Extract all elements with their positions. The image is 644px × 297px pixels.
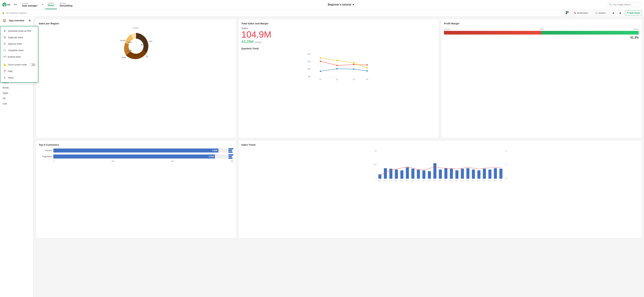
- svg-rect-55: [400, 170, 403, 179]
- sales-value: 104.9M: [242, 30, 436, 39]
- svg-text:Qlik: Qlik: [7, 4, 10, 6]
- search-input[interactable]: [613, 3, 640, 6]
- svg-text:2013...: 2013...: [472, 180, 475, 181]
- svg-text:Q3: Q3: [352, 78, 355, 80]
- download-pdf-item[interactable]: ⬇ Download sheet as PDF: [0, 28, 38, 34]
- no-selections-label: No selections applied: [6, 12, 27, 14]
- quarterly-trend-svg: 14M 12M 10M 8M Q1 Q2 Q3 Q4: [242, 51, 436, 81]
- svg-text:46: 46: [505, 150, 507, 152]
- duplicate-sheet-item[interactable]: ⧉ Duplicate sheet: [0, 34, 38, 41]
- sales-trend-chart: Sales Trend 5M 2.5M 0 46 41 36: [239, 141, 641, 238]
- approve-sheet-label: Approve sheet: [8, 43, 22, 45]
- nav-analyze[interactable]: Analyze Sheet: [45, 0, 57, 9]
- svg-rect-61: [433, 163, 436, 179]
- filter-item-nordic[interactable]: Nordic: [3, 85, 30, 90]
- svg-rect-8: [567, 13, 568, 14]
- svg-text:Q2: Q2: [336, 78, 338, 80]
- bar-icon-pagewave: [228, 154, 234, 159]
- filter-item-spain[interactable]: Spain: [3, 90, 30, 96]
- sheets-button[interactable]: 📋 Sheets ▾: [593, 11, 609, 15]
- search-bar[interactable]: 🔍: [606, 2, 642, 7]
- qlik-logo[interactable]: Qlik: [2, 2, 11, 7]
- main-layout: 🏠 App overview ⧉ ⬇ Download sheet as PDF…: [0, 17, 644, 297]
- svg-rect-7: [566, 13, 567, 14]
- svg-rect-68: [472, 170, 475, 179]
- nav-next-button[interactable]: ▶: [618, 11, 624, 15]
- margin-bar-track: [444, 31, 639, 35]
- prepare-dropdown-arrow[interactable]: ▾: [40, 0, 45, 9]
- svg-text:26.9%: 26.9%: [134, 54, 139, 56]
- svg-text:14M: 14M: [307, 53, 310, 55]
- sales-per-region-title: Sales per Region: [39, 22, 234, 25]
- about-item[interactable]: ℹ About: [0, 74, 38, 81]
- filter-panel: 🔍 Region Germany Japan Nordic Spain UK U…: [0, 68, 33, 297]
- svg-rect-63: [444, 168, 447, 179]
- svg-text:5M: 5M: [374, 150, 377, 152]
- bar-label-paracel: Paracel: [39, 149, 52, 152]
- svg-text:2013...: 2013...: [433, 180, 436, 181]
- svg-rect-73: [499, 169, 502, 179]
- app-overview-button[interactable]: 🏠 App overview ⧉: [0, 17, 33, 25]
- svg-text:2014...: 2014...: [477, 180, 480, 181]
- bar-row-paracel: Paracel 5.69M: [39, 148, 234, 153]
- svg-rect-72: [494, 168, 497, 179]
- svg-text:2014...: 2014...: [499, 180, 503, 181]
- top-navigation: Qlik ••• Prepare Data manager ▾ Analyze …: [0, 0, 644, 9]
- about-label: About: [8, 76, 14, 79]
- unpublish-sheet-item[interactable]: ☐ Unpublish sheet: [0, 47, 38, 54]
- bar-track-pagewave: 5.63M: [53, 155, 227, 159]
- sidebar: 🏠 App overview ⧉ ⬇ Download sheet as PDF…: [0, 17, 33, 297]
- svg-rect-71: [488, 170, 491, 179]
- svg-rect-59: [422, 170, 425, 179]
- top5-title: Top 5 Customers: [39, 143, 234, 146]
- region-label: Region: [133, 27, 139, 29]
- nav-prepare-title: Data manager: [22, 4, 38, 7]
- svg-rect-69: [477, 170, 480, 179]
- edit-sheet-button[interactable]: ✎ Edit sheet: [625, 11, 642, 15]
- svg-rect-67: [466, 168, 469, 179]
- help-item[interactable]: ❓ Help: [0, 68, 38, 74]
- nav-prepare[interactable]: Prepare Data manager: [19, 0, 40, 9]
- embed-sheet-item[interactable]: </> Embed sheet: [0, 54, 38, 60]
- more-options-button[interactable]: •••: [13, 2, 18, 7]
- svg-text:2013...: 2013...: [455, 180, 458, 181]
- bookmarks-button[interactable]: 🔖 Bookmarks ▾: [572, 11, 592, 15]
- sales-trend-svg: 5M 2.5M 0 46 41 36: [242, 148, 639, 182]
- bookmarks-chevron: ▾: [588, 12, 589, 14]
- svg-text:2012...: 2012...: [400, 180, 404, 181]
- nav-prepare-label: Prepare: [22, 2, 38, 4]
- svg-text:11.3%: 11.3%: [127, 50, 132, 52]
- app-title[interactable]: Beginner's tutorial ▾: [75, 3, 606, 6]
- svg-rect-66: [461, 169, 464, 179]
- app-overview-label: App overview: [9, 19, 24, 22]
- svg-text:2012...: 2012...: [389, 180, 392, 181]
- bar-icon-paracel: [228, 148, 234, 153]
- bar-fill-paracel: 5.69M: [53, 149, 218, 153]
- svg-rect-70: [483, 169, 486, 179]
- filter-item-uk[interactable]: UK: [3, 96, 30, 101]
- svg-text:2012...: 2012...: [411, 180, 414, 181]
- touch-screen-item[interactable]: 👆 Touch screen mode: [0, 61, 38, 68]
- filter-item-usa[interactable]: USA: [3, 101, 30, 106]
- svg-text:12M: 12M: [307, 61, 310, 62]
- svg-rect-65: [455, 170, 458, 179]
- bar-track-paracel: 5.69M: [53, 149, 227, 153]
- svg-text:2012...: 2012...: [378, 180, 382, 181]
- nav-narrate[interactable]: Narrate Storytelling: [57, 0, 75, 9]
- sales-trend-svg-container: 5M 2.5M 0 46 41 36: [242, 148, 639, 182]
- svg-text:2014...: 2014...: [482, 180, 486, 181]
- download-icon: ⬇: [3, 29, 6, 33]
- svg-point-41: [366, 70, 368, 72]
- bar-label-pagewave: PageWave: [39, 155, 52, 158]
- svg-text:2013...: 2013...: [444, 180, 448, 181]
- margin-bar: -50.0% 0.0% 50.0% 41.3%: [444, 28, 639, 39]
- nav-narrate-title: Storytelling: [60, 4, 72, 7]
- svg-text:8M: 8M: [308, 76, 310, 77]
- approve-sheet-item[interactable]: ☑ Approve sheet: [0, 41, 38, 47]
- grid-view-button[interactable]: [564, 10, 570, 16]
- bar-fill-pagewave: 5.63M: [53, 155, 215, 159]
- nav-prev-button[interactable]: ◀: [610, 11, 616, 15]
- svg-point-31: [336, 65, 338, 66]
- touch-screen-toggle[interactable]: [29, 63, 35, 66]
- svg-rect-60: [428, 171, 431, 179]
